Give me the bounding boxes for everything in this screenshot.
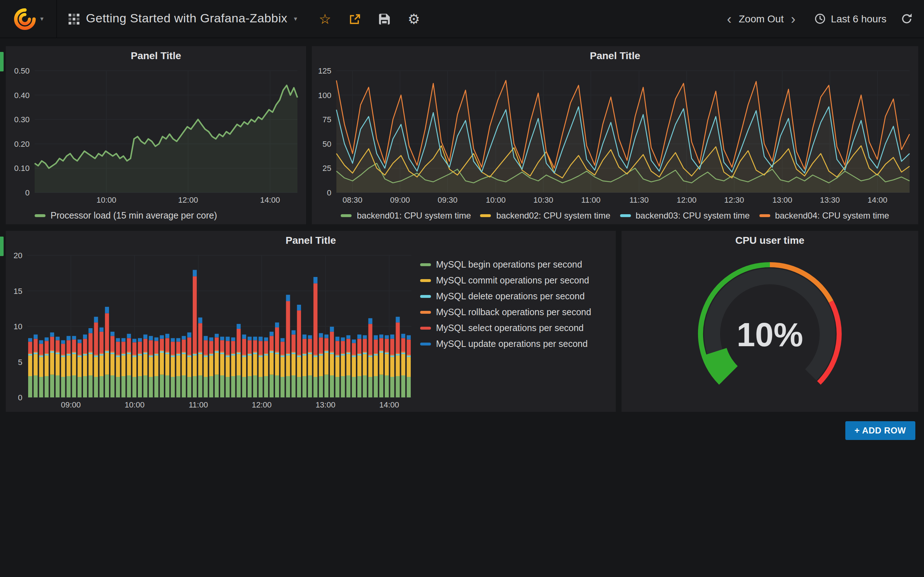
legend-item[interactable]: MySQL update operations per second (420, 339, 611, 349)
svg-text:125: 125 (318, 66, 331, 76)
svg-text:0: 0 (25, 188, 30, 197)
svg-text:20: 20 (14, 251, 23, 260)
svg-text:08:30: 08:30 (342, 195, 362, 205)
panel-title[interactable]: Panel Title (312, 46, 918, 65)
svg-text:0.50: 0.50 (14, 66, 30, 76)
svg-text:12:00: 12:00 (677, 195, 696, 205)
svg-text:10:30: 10:30 (533, 195, 553, 205)
cpu-system-time-chart[interactable]: 025507510012508:3009:0009:3010:0010:3011… (312, 65, 918, 207)
svg-text:0: 0 (18, 393, 23, 402)
legend-item[interactable]: backend03: CPU system time (620, 211, 750, 221)
chart-svg: 025507510012508:3009:0009:3010:0010:3011… (312, 65, 918, 207)
svg-text:14:00: 14:00 (260, 195, 280, 205)
dashboard-row-2: Panel Title 0510152009:0010:0011:0012:00… (6, 231, 918, 412)
svg-text:09:30: 09:30 (438, 195, 458, 205)
svg-text:0.20: 0.20 (14, 140, 30, 148)
legend-label: backend01: CPU system time (357, 211, 471, 221)
cpu-user-time-gauge[interactable]: 10% (622, 250, 918, 412)
zoom-out-button[interactable]: Zoom Out (735, 13, 788, 24)
legend-item[interactable]: MySQL rollback operations per second (420, 307, 611, 318)
panel-processor-load: Panel Title 00.100.200.300.400.5010:0012… (6, 46, 306, 224)
legend-item[interactable]: backend01: CPU system time (341, 211, 471, 221)
add-row-button[interactable]: + ADD ROW (845, 421, 915, 440)
time-range-picker[interactable]: Last 6 hours (814, 13, 887, 24)
svg-text:09:00: 09:00 (61, 400, 81, 409)
chart-legend: backend01: CPU system timebackend02: CPU… (312, 207, 918, 224)
legend-item[interactable]: backend04: CPU system time (759, 211, 889, 221)
dashboard-actions: ☆ ⚙ (319, 12, 420, 26)
chart-svg: 10% (622, 250, 918, 412)
svg-text:11:30: 11:30 (630, 195, 649, 205)
svg-text:50: 50 (323, 140, 331, 148)
panel-cpu-user-time: CPU user time 10% (622, 231, 918, 412)
svg-text:11:00: 11:00 (189, 400, 208, 409)
svg-text:13:30: 13:30 (820, 195, 840, 205)
svg-text:12:30: 12:30 (724, 195, 744, 205)
time-forward-button[interactable]: › (788, 12, 798, 26)
legend-swatch (420, 311, 431, 314)
legend-item[interactable]: backend02: CPU system time (480, 211, 611, 221)
clock-icon (814, 13, 826, 24)
svg-text:13:00: 13:00 (315, 400, 335, 409)
share-button[interactable] (348, 13, 360, 25)
panel-title[interactable]: Panel Title (6, 231, 616, 250)
legend-swatch (759, 214, 770, 217)
save-button[interactable] (378, 13, 390, 25)
dashboard-title-menu[interactable]: Getting Started with Grafana-Zabbix ▾ (69, 11, 297, 26)
legend-swatch (420, 343, 431, 345)
grafana-logo-icon (13, 7, 36, 31)
row-handle[interactable] (0, 237, 3, 256)
chart-svg: 00.100.200.300.400.5010:0012:0014:00 (6, 65, 306, 207)
chart-svg: 0510152009:0010:0011:0012:0013:0014:00 (6, 250, 417, 412)
legend-label: MySQL select operations per second (436, 323, 584, 333)
time-controls: ‹ Zoom Out › Last 6 hours (724, 12, 924, 26)
svg-text:0: 0 (327, 188, 331, 197)
refresh-button[interactable] (901, 13, 913, 24)
processor-load-chart[interactable]: 00.100.200.300.400.5010:0012:0014:00 (6, 65, 306, 207)
legend-label: backend02: CPU system time (496, 211, 611, 221)
navbar: ▾ Getting Started with Grafana-Zabbix ▾ … (0, 0, 924, 38)
panel-title[interactable]: CPU user time (622, 231, 918, 250)
legend-swatch (35, 214, 45, 217)
panel-mysql-operations: Panel Title 0510152009:0010:0011:0012:00… (6, 231, 616, 412)
legend-label: MySQL update operations per second (436, 339, 588, 349)
svg-text:0.30: 0.30 (14, 115, 30, 124)
chevron-down-icon: ▾ (40, 16, 43, 22)
svg-text:10:00: 10:00 (96, 195, 116, 205)
svg-text:5: 5 (18, 358, 23, 367)
time-back-button[interactable]: ‹ (724, 12, 735, 26)
legend-swatch (420, 263, 431, 266)
legend-swatch (341, 214, 352, 217)
legend-label: MySQL rollback operations per second (436, 307, 591, 318)
floppy-save-icon (378, 13, 390, 25)
settings-button[interactable]: ⚙ (407, 12, 420, 26)
svg-text:10: 10 (14, 322, 23, 331)
legend-label: MySQL commit operations per second (436, 276, 589, 285)
dashboard-row-1: Panel Title 00.100.200.300.400.5010:0012… (6, 46, 918, 224)
mysql-operations-chart[interactable]: 0510152009:0010:0011:0012:0013:0014:00 (6, 250, 417, 412)
svg-text:25: 25 (323, 164, 331, 173)
dashboard-title: Getting Started with Grafana-Zabbix (86, 11, 287, 26)
svg-text:11:00: 11:00 (581, 195, 600, 205)
legend-item[interactable]: MySQL delete operations per second (420, 292, 611, 301)
legend-item[interactable]: MySQL select operations per second (420, 323, 611, 333)
add-row-bar: + ADD ROW (6, 421, 918, 440)
refresh-icon (901, 13, 913, 24)
legend-label: MySQL begin operations per second (436, 259, 582, 270)
legend-swatch (480, 214, 491, 217)
svg-text:0.40: 0.40 (14, 91, 30, 100)
panel-title[interactable]: Panel Title (6, 46, 306, 65)
legend-item[interactable]: MySQL commit operations per second (420, 276, 611, 285)
svg-text:12:00: 12:00 (178, 195, 198, 205)
legend-item[interactable]: Processor load (15 min average per core) (35, 211, 217, 221)
chart-legend: MySQL begin operations per secondMySQL c… (417, 250, 616, 412)
row-handle[interactable] (0, 52, 3, 71)
star-button[interactable]: ☆ (319, 12, 331, 26)
legend-swatch (420, 327, 431, 330)
gauge-value: 10% (737, 316, 803, 353)
legend-swatch (420, 295, 431, 298)
dashboard-grid-icon (69, 13, 79, 24)
legend-label: backend04: CPU system time (775, 211, 889, 221)
grafana-logo-button[interactable]: ▾ (0, 0, 57, 37)
legend-item[interactable]: MySQL begin operations per second (420, 259, 611, 270)
